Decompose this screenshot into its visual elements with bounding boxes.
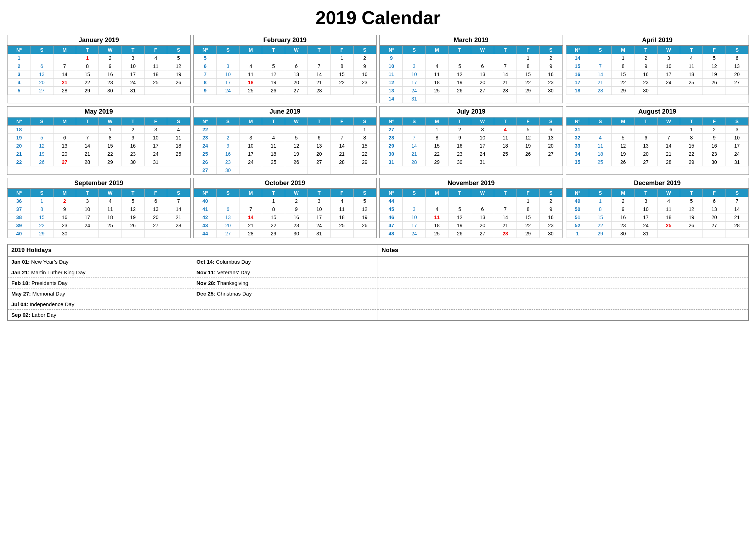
day-cell: 29	[262, 230, 285, 238]
col-header-6: F	[703, 118, 726, 126]
day-cell	[99, 230, 122, 238]
day-cell: 16	[353, 70, 376, 79]
day-cell: 30	[285, 230, 308, 238]
notes-extra-5	[563, 310, 749, 320]
col-header-5: T	[494, 118, 517, 126]
day-cell: 2	[285, 197, 308, 205]
day-cell: 22	[30, 222, 53, 230]
col-header-6: F	[517, 46, 539, 54]
day-cell: 23	[540, 222, 562, 230]
week-number: 34	[566, 150, 589, 158]
day-cell: 31	[634, 230, 657, 238]
day-cell: 14	[726, 205, 748, 213]
day-cell	[308, 54, 331, 62]
day-cell	[144, 87, 167, 95]
day-cell: 26	[262, 87, 285, 95]
day-cell: 4	[144, 54, 167, 62]
day-cell: 10	[726, 134, 748, 142]
day-cell: 21	[403, 150, 425, 158]
day-cell: 2	[216, 134, 239, 142]
col-header-7: S	[353, 118, 376, 126]
day-cell: 3	[403, 62, 425, 70]
week-row: 2012131415161718	[8, 142, 190, 150]
day-cell: 8	[612, 62, 634, 70]
week-row: 3021222324252627	[380, 150, 563, 158]
holiday-left-2: Feb 18: Presidents Day	[8, 278, 193, 288]
day-cell	[726, 87, 748, 95]
week-row: 416789101112	[194, 205, 376, 213]
day-cell: 30	[612, 230, 634, 238]
day-cell: 7	[167, 197, 190, 205]
week-row: 1324252627282930	[380, 87, 563, 95]
day-cell: 31	[726, 158, 748, 166]
day-cell	[144, 230, 167, 238]
day-cell: 12	[680, 205, 703, 213]
day-cell: 28	[53, 87, 76, 95]
day-cell	[494, 54, 517, 62]
week-row: 37891011121314	[8, 205, 190, 213]
day-cell: 8	[353, 134, 376, 142]
day-cell	[403, 126, 425, 134]
day-cell: 17	[471, 142, 494, 150]
day-cell: 12	[122, 205, 144, 213]
day-cell: 12	[30, 142, 53, 150]
col-header-3: T	[76, 118, 98, 126]
day-cell: 23	[122, 150, 144, 158]
col-header-7: S	[540, 46, 562, 54]
day-cell: 15	[612, 70, 634, 79]
notes-extra-0	[563, 257, 749, 267]
day-cell: 20	[30, 79, 53, 87]
day-cell: 10	[634, 205, 657, 213]
week-number: 13	[380, 87, 403, 95]
week-number: 4	[8, 79, 30, 87]
week-row: 14 123456	[566, 54, 749, 62]
day-cell: 19	[448, 79, 471, 87]
week-number: 1	[8, 54, 30, 62]
month-table-1: NºSMTWTFS1 12345267891011123131415161718…	[7, 46, 190, 95]
day-cell: 15	[680, 142, 703, 150]
day-cell: 20	[216, 222, 239, 230]
week-number: 40	[194, 197, 216, 205]
col-header-3: T	[262, 118, 285, 126]
day-cell: 15	[76, 70, 98, 79]
day-cell	[285, 166, 308, 174]
day-cell: 19	[30, 150, 53, 158]
day-cell	[448, 95, 471, 103]
day-cell: 17	[76, 213, 98, 222]
day-cell: 16	[540, 213, 562, 222]
month-title-1: January 2019	[7, 35, 190, 46]
day-cell: 26	[612, 158, 634, 166]
day-cell: 30	[448, 158, 471, 166]
day-cell: 11	[589, 142, 611, 150]
day-cell: 8	[517, 62, 539, 70]
day-cell: 2	[122, 126, 144, 134]
col-header-2: M	[425, 118, 448, 126]
day-cell: 23	[448, 150, 471, 158]
day-cell	[262, 166, 285, 174]
day-cell: 24	[657, 79, 680, 87]
week-number: 30	[380, 150, 403, 158]
day-cell	[494, 95, 517, 103]
col-header-4: W	[657, 189, 680, 197]
week-number: 44	[194, 230, 216, 238]
week-number: 1	[566, 230, 589, 238]
day-cell: 4	[99, 197, 122, 205]
day-cell: 5	[122, 197, 144, 205]
notes-cell-2	[378, 278, 563, 288]
day-cell: 12	[285, 142, 308, 150]
day-cell: 1	[612, 54, 634, 62]
day-cell	[589, 54, 611, 62]
day-cell: 10	[657, 62, 680, 70]
col-header-5: T	[122, 118, 144, 126]
day-cell: 10	[239, 142, 262, 150]
day-cell: 25	[262, 158, 285, 166]
day-cell: 28	[403, 158, 425, 166]
week-number: 22	[8, 158, 30, 166]
day-cell: 28	[726, 222, 748, 230]
col-header-4: W	[285, 189, 308, 197]
day-cell: 23	[285, 222, 308, 230]
week-number: 47	[380, 222, 403, 230]
day-cell: 10	[308, 205, 331, 213]
week-row: 27 123456	[380, 126, 563, 134]
week-row: 1293031	[566, 230, 749, 238]
